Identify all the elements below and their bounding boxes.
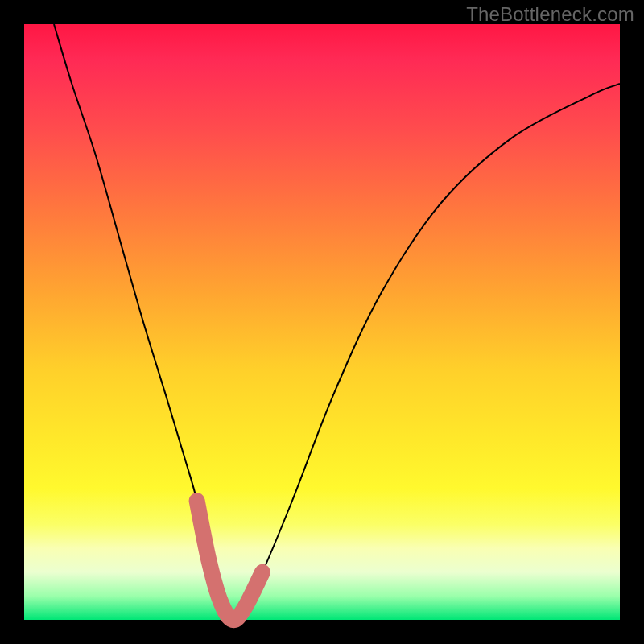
plot-area bbox=[24, 24, 620, 620]
watermark-text: TheBottleneck.com bbox=[466, 3, 634, 26]
chart-container: TheBottleneck.com bbox=[0, 0, 644, 644]
bottleneck-curve-line bbox=[54, 24, 620, 620]
trough-highlight-line bbox=[197, 501, 262, 620]
curve-svg bbox=[24, 24, 620, 620]
